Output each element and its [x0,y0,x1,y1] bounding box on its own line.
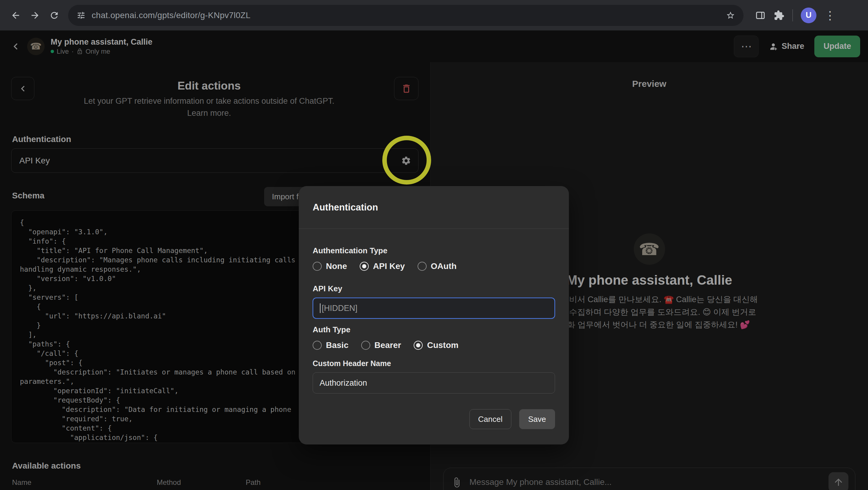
auth-subtype-label: Auth Type [313,325,555,334]
site-settings-icon[interactable] [76,11,86,20]
browser-forward-icon[interactable] [27,7,43,24]
api-key-input[interactable]: [HIDDEN] [313,298,555,319]
radio-oauth-label: OAuth [431,262,457,271]
modal-header: Authentication [299,186,569,229]
modal-body: Authentication Type None API Key OAuth A… [299,229,569,429]
custom-header-value: Authorization [319,378,367,388]
radio-circle-icon [360,262,369,271]
radio-circle-icon [417,262,427,271]
radio-bearer-label: Bearer [374,340,401,350]
save-button[interactable]: Save [519,409,555,429]
auth-type-options: None API Key OAuth [313,261,555,272]
radio-circle-icon [313,262,322,271]
radio-api-key-label: API Key [373,262,405,271]
radio-none-label: None [326,262,347,271]
cancel-button[interactable]: Cancel [469,409,512,429]
authentication-modal: Authentication Authentication Type None … [299,186,569,445]
toolbar-divider [792,9,793,22]
api-key-value: [HIDDEN] [322,304,358,313]
radio-basic[interactable]: Basic [313,340,348,350]
browser-back-icon[interactable] [7,7,24,24]
radio-api-key[interactable]: API Key [360,262,405,271]
modal-actions: Cancel Save [313,409,555,429]
side-panel-icon[interactable] [755,10,766,21]
radio-bearer[interactable]: Bearer [361,340,401,350]
text-caret [320,303,320,313]
browser-toolbar-right: U ⋮ [755,7,836,23]
custom-header-label: Custom Header Name [313,359,555,368]
custom-header-input[interactable]: Authorization [313,372,555,394]
annotation-highlight-circle [382,136,431,185]
address-bar[interactable]: chat.openai.com/gpts/editor/g-KNpv7l0ZL [68,5,743,26]
radio-basic-label: Basic [326,340,348,350]
extensions-icon[interactable] [774,10,784,21]
auth-type-label: Authentication Type [313,246,555,255]
modal-title: Authentication [313,202,378,213]
gpt-editor-app: ☎ My phone assistant, Callie Live · Only… [0,30,868,490]
auth-subtype-options: Basic Bearer Custom [313,340,555,351]
bookmark-star-icon[interactable] [726,11,735,20]
api-key-label: API Key [313,284,555,294]
radio-oauth[interactable]: OAuth [417,262,457,271]
browser-menu-icon[interactable]: ⋮ [824,10,836,21]
profile-avatar[interactable]: U [801,7,816,23]
radio-circle-icon [313,341,322,350]
url-text: chat.openai.com/gpts/editor/g-KNpv7l0ZL [92,10,720,20]
radio-circle-icon [414,341,423,350]
browser-chrome: chat.openai.com/gpts/editor/g-KNpv7l0ZL … [0,0,868,30]
radio-custom[interactable]: Custom [414,340,458,350]
radio-custom-label: Custom [427,340,458,350]
browser-reload-icon[interactable] [46,7,63,24]
radio-circle-icon [361,341,370,350]
radio-none[interactable]: None [313,262,347,271]
